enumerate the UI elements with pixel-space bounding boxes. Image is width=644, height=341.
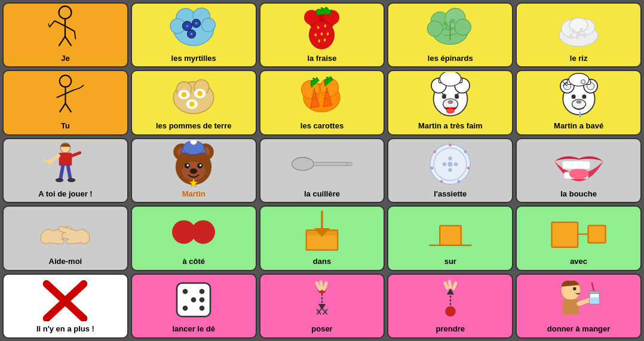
cell-je[interactable]: Je — [2, 2, 128, 67]
cell-a-toi-de-jouer[interactable]: A toi de jouer ! — [2, 138, 128, 203]
svg-point-26 — [321, 32, 323, 35]
icon-fraise — [260, 4, 384, 54]
svg-rect-159 — [551, 222, 578, 247]
svg-point-41 — [450, 19, 456, 24]
svg-point-82 — [447, 100, 453, 104]
cell-aide-moi[interactable]: Aide-moi — [2, 205, 128, 271]
label-aide-moi: Aide-moi — [47, 257, 85, 266]
svg-point-133 — [464, 150, 467, 153]
label-fraise: la fraise — [305, 54, 339, 63]
cell-pommes-de-terre[interactable]: les pommes de terre — [131, 70, 257, 135]
cell-donner-a-manger[interactable]: donner à manger — [516, 274, 642, 339]
label-a-cote: à côté — [180, 257, 207, 266]
cell-bouche[interactable]: la bouche — [516, 138, 642, 203]
cell-il-ny-en-a-plus[interactable]: Il n'y en a plus ! — [2, 274, 128, 339]
icon-tu — [4, 71, 127, 121]
cell-avec[interactable]: avec — [516, 205, 642, 271]
icon-martin-bave — [517, 71, 640, 121]
svg-point-141 — [454, 162, 458, 165]
cell-martin-bave[interactable]: Martin a bavé — [516, 70, 642, 135]
svg-rect-144 — [562, 161, 589, 169]
icon-prendre — [388, 275, 512, 325]
svg-point-168 — [183, 305, 188, 311]
cell-sur[interactable]: sur — [387, 205, 513, 271]
svg-point-34 — [455, 19, 471, 35]
svg-point-93 — [571, 95, 575, 99]
label-donner-a-manger: donner à manger — [545, 324, 612, 334]
svg-point-146 — [569, 168, 588, 179]
svg-line-105 — [72, 153, 79, 156]
svg-point-42 — [443, 21, 447, 26]
svg-line-107 — [44, 159, 48, 161]
svg-rect-192 — [588, 291, 600, 294]
svg-point-18 — [195, 22, 198, 24]
label-martin-faim: Martin a très faim — [416, 121, 485, 131]
cell-martin-faim[interactable]: Martin a très faim — [387, 70, 513, 135]
cell-dans[interactable]: dans — [259, 205, 385, 271]
cell-cuillere[interactable]: la cuillère — [259, 138, 385, 203]
cell-assiette[interactable]: l'assiette — [387, 138, 513, 203]
svg-line-2 — [55, 21, 66, 26]
svg-point-101 — [581, 80, 585, 84]
svg-point-110 — [56, 178, 63, 182]
label-myrtilles: les myrtilles — [169, 54, 219, 63]
icon-cuillere — [260, 139, 384, 189]
cell-epinards[interactable]: les épinards — [387, 2, 513, 67]
svg-rect-128 — [313, 162, 349, 166]
svg-line-173 — [321, 282, 322, 288]
cell-carottes[interactable]: les carottes — [259, 70, 385, 135]
cell-tu[interactable]: Tu — [2, 70, 128, 135]
icon-avec — [517, 207, 640, 257]
svg-point-120 — [191, 140, 197, 145]
svg-point-139 — [448, 162, 453, 167]
svg-point-66 — [197, 91, 203, 96]
cell-prendre[interactable]: prendre — [387, 274, 513, 339]
cell-poser[interactable]: poser — [259, 274, 385, 339]
svg-rect-103 — [59, 153, 72, 166]
svg-point-166 — [200, 288, 205, 294]
icon-a-toi-de-jouer — [4, 139, 127, 189]
cell-martin[interactable]: Martin — [131, 138, 257, 203]
svg-point-181 — [445, 306, 456, 317]
svg-point-135 — [458, 180, 461, 183]
svg-point-127 — [292, 158, 314, 171]
svg-marker-176 — [318, 304, 326, 311]
svg-point-35 — [428, 21, 443, 36]
svg-rect-189 — [563, 299, 579, 314]
svg-line-190 — [579, 299, 591, 303]
label-martin: Martin — [180, 189, 208, 199]
svg-line-172 — [317, 283, 320, 290]
svg-point-138 — [434, 150, 437, 153]
svg-point-188 — [573, 287, 576, 290]
svg-point-64 — [182, 92, 187, 97]
icon-bouche — [517, 139, 640, 189]
cell-riz[interactable]: le riz — [516, 2, 642, 67]
svg-point-83 — [446, 109, 455, 114]
cell-lancer-de[interactable]: lancer le dé — [131, 274, 257, 339]
svg-line-5 — [59, 36, 66, 46]
svg-rect-161 — [588, 225, 605, 242]
cell-a-cote[interactable]: à côté — [131, 205, 257, 271]
icon-poser — [260, 275, 384, 325]
svg-rect-158 — [440, 225, 461, 245]
svg-point-129 — [346, 162, 352, 166]
svg-point-165 — [183, 288, 188, 294]
label-sur: sur — [442, 257, 459, 266]
label-assiette: l'assiette — [431, 189, 469, 199]
icon-carottes — [260, 71, 384, 121]
icon-martin-faim — [388, 71, 512, 121]
label-pommes-de-terre: les pommes de terre — [154, 121, 234, 131]
cell-myrtilles[interactable]: les myrtilles — [131, 2, 257, 67]
svg-point-125 — [190, 168, 197, 174]
svg-line-6 — [65, 36, 72, 46]
svg-line-59 — [65, 103, 71, 112]
svg-line-174 — [324, 283, 326, 290]
label-avec: avec — [568, 257, 590, 266]
label-prendre: prendre — [434, 324, 467, 334]
cell-fraise[interactable]: la fraise — [259, 2, 385, 67]
label-carottes: les carottes — [298, 121, 346, 131]
svg-point-96 — [576, 100, 581, 103]
svg-point-137 — [431, 167, 434, 170]
icon-a-cote — [132, 207, 256, 257]
svg-point-94 — [582, 95, 586, 99]
